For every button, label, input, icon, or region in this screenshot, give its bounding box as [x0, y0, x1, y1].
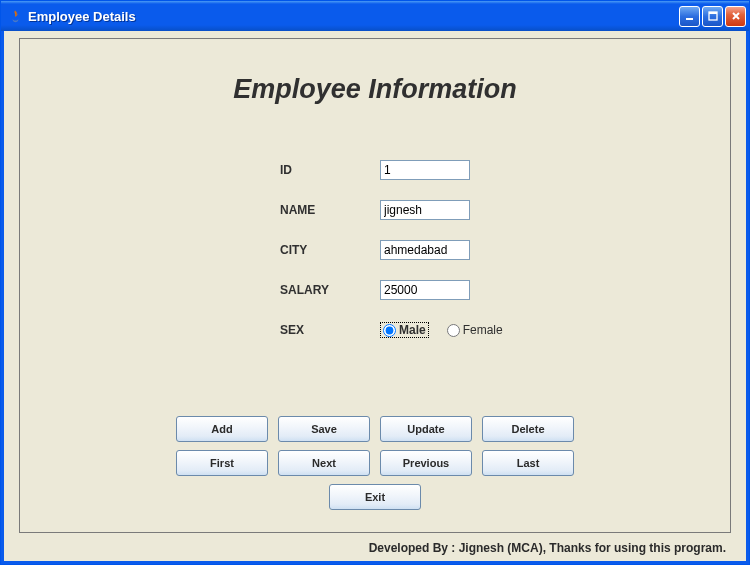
sex-radio-female-wrap[interactable]: Female [447, 323, 503, 337]
page-title: Employee Information [20, 74, 730, 105]
minimize-button[interactable] [679, 6, 700, 27]
row-salary: SALARY [280, 279, 580, 301]
sex-radio-female[interactable] [447, 324, 460, 337]
save-button[interactable]: Save [278, 416, 370, 442]
footer-text: Developed By : Jignesh (MCA), Thanks for… [369, 541, 726, 555]
window: Employee Details Employee Information ID [0, 0, 750, 565]
close-button[interactable] [725, 6, 746, 27]
city-label: CITY [280, 243, 380, 257]
sex-radio-male-label: Male [399, 323, 426, 337]
button-row-2: First Next Previous Last [176, 450, 574, 476]
svg-rect-0 [686, 18, 693, 20]
row-city: CITY [280, 239, 580, 261]
button-row-3: Exit [329, 484, 421, 510]
main-panel: Employee Information ID NAME CITY SALARY [19, 38, 731, 533]
button-row-1: Add Save Update Delete [176, 416, 574, 442]
name-label: NAME [280, 203, 380, 217]
maximize-button[interactable] [702, 6, 723, 27]
update-button[interactable]: Update [380, 416, 472, 442]
row-sex: SEX Male Female [280, 319, 580, 341]
exit-button[interactable]: Exit [329, 484, 421, 510]
city-input[interactable] [380, 240, 470, 260]
button-area: Add Save Update Delete First Next Previo… [20, 416, 730, 510]
sex-radio-male-wrap[interactable]: Male [380, 322, 429, 338]
previous-button[interactable]: Previous [380, 450, 472, 476]
id-input[interactable] [380, 160, 470, 180]
svg-rect-2 [709, 12, 717, 14]
last-button[interactable]: Last [482, 450, 574, 476]
java-app-icon [7, 8, 23, 24]
sex-label: SEX [280, 323, 380, 337]
window-controls [679, 6, 746, 27]
row-id: ID [280, 159, 580, 181]
delete-button[interactable]: Delete [482, 416, 574, 442]
sex-radio-female-label: Female [463, 323, 503, 337]
add-button[interactable]: Add [176, 416, 268, 442]
name-input[interactable] [380, 200, 470, 220]
window-title: Employee Details [28, 9, 679, 24]
next-button[interactable]: Next [278, 450, 370, 476]
client-area: Employee Information ID NAME CITY SALARY [1, 31, 749, 564]
id-label: ID [280, 163, 380, 177]
salary-label: SALARY [280, 283, 380, 297]
salary-input[interactable] [380, 280, 470, 300]
titlebar[interactable]: Employee Details [1, 1, 749, 31]
sex-radio-male[interactable] [383, 324, 396, 337]
form-area: ID NAME CITY SALARY SEX [280, 159, 580, 359]
row-name: NAME [280, 199, 580, 221]
sex-radio-group: Male Female [380, 322, 503, 338]
first-button[interactable]: First [176, 450, 268, 476]
